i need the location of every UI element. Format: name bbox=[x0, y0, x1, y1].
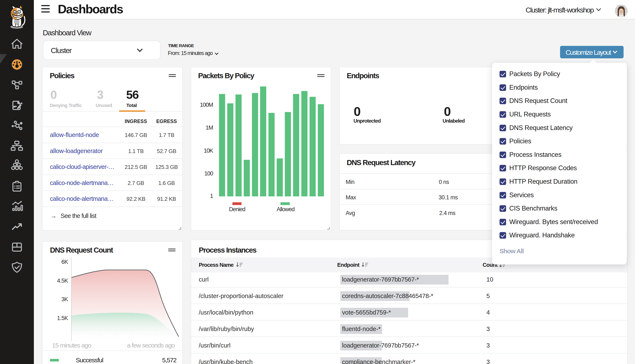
svg-text:100M: 100M bbox=[200, 102, 213, 108]
svg-text:6K: 6K bbox=[61, 259, 68, 265]
svg-text:1.5K: 1.5K bbox=[57, 315, 68, 321]
svg-text:Successful: Successful bbox=[76, 356, 103, 364]
svg-text:1: 1 bbox=[210, 193, 213, 199]
svg-text:100: 100 bbox=[204, 170, 213, 177]
svg-text:4.5K: 4.5K bbox=[57, 278, 68, 284]
svg-text:5,572: 5,572 bbox=[162, 356, 176, 364]
svg-text:1M: 1M bbox=[205, 124, 213, 131]
svg-text:10K: 10K bbox=[204, 148, 213, 154]
svg-text:Denied: Denied bbox=[229, 206, 245, 212]
svg-text:a few seconds ago: a few seconds ago bbox=[127, 342, 175, 349]
svg-text:3K: 3K bbox=[61, 296, 68, 302]
svg-text:15 minutes ago: 15 minutes ago bbox=[52, 342, 91, 349]
svg-text:Allowed: Allowed bbox=[277, 206, 295, 212]
